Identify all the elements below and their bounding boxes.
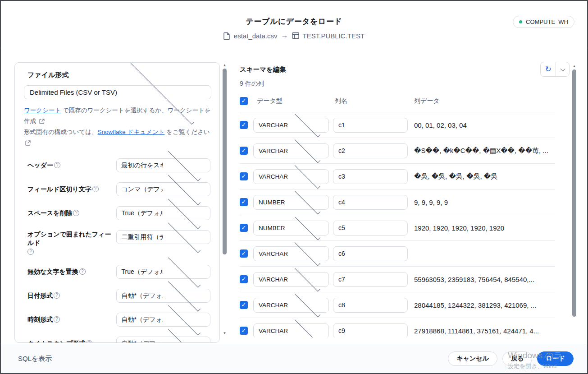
field-row-delimiter: フィールド区切り文字? コンマ（デフォルト）	[27, 182, 210, 196]
target-table-name: TEST.PUBLIC.TEST	[303, 32, 365, 40]
scroll-up-icon[interactable]: ▲	[573, 64, 576, 69]
file-format-label: ファイル形式	[27, 71, 210, 79]
column-data-preview: 9, 9, 9, 9, 9	[414, 199, 448, 206]
row-checkbox[interactable]: ✓	[240, 249, 248, 258]
back-button[interactable]: 戻る	[502, 351, 532, 366]
chevron-down-icon	[294, 137, 320, 163]
schema-table-header: ✓ データ型 列名 列データ	[240, 97, 551, 105]
column-name-input[interactable]	[333, 221, 408, 235]
type-select[interactable]: VARCHAR	[253, 118, 329, 133]
help-icon[interactable]: ?	[79, 268, 86, 275]
row-checkbox[interactable]: ✓	[240, 327, 248, 335]
scrollbar-thumb[interactable]	[572, 69, 576, 317]
warehouse-name: COMPUTE_WH	[526, 18, 568, 25]
row-checkbox[interactable]: ✓	[240, 301, 248, 309]
table-row: ✓ VARCHAR 55963053, 2359183, 756454, 845…	[240, 267, 555, 292]
select-all-checkbox[interactable]: ✓	[240, 97, 248, 105]
enclosed-select[interactable]: 二重引用符（デフォル...	[116, 230, 210, 244]
external-link-icon	[39, 119, 45, 124]
schema-panel-scrollbar[interactable]: ▲	[571, 64, 577, 344]
field-label: 日付形式	[27, 292, 53, 299]
type-select[interactable]: VARCHAR	[253, 143, 329, 158]
field-row-header: ヘッダー? 最初の行をスキップ	[27, 158, 210, 172]
timestamp-format-select[interactable]: 自動*（デフォルト）	[116, 337, 210, 343]
help-icon[interactable]: ?	[54, 316, 60, 323]
row-checkbox[interactable]: ✓	[240, 121, 248, 129]
scrollbar-thumb[interactable]	[223, 69, 227, 254]
time-format-select[interactable]: 自動*（デフォルト）	[116, 313, 210, 327]
help-icon[interactable]: ?	[92, 186, 99, 192]
scroll-down-icon[interactable]: ▼	[223, 331, 227, 336]
column-data-preview: 27918868, 1114861, 375161, 424471, 4...	[414, 327, 539, 335]
column-name-input[interactable]	[333, 195, 408, 210]
show-sql-button[interactable]: SQLを表示	[18, 355, 52, 363]
arrow-icon: →	[281, 32, 288, 40]
chevron-down-icon	[560, 66, 565, 71]
field-label: タイムスタンプ形式	[27, 340, 85, 343]
row-checkbox[interactable]: ✓	[240, 224, 248, 232]
column-name-input[interactable]	[333, 323, 408, 338]
help-icon[interactable]: ?	[73, 210, 79, 216]
type-select[interactable]: NUMBER	[253, 195, 329, 210]
replace-invalid-select[interactable]: True（デフォルト）	[116, 265, 210, 279]
trim-space-select[interactable]: True（デフォルト）	[116, 206, 210, 220]
type-select[interactable]: VARCHAR	[253, 169, 329, 184]
refresh-menu-button[interactable]	[556, 62, 569, 76]
type-select[interactable]: NUMBER	[253, 221, 329, 235]
dialog-header: テーブルにデータをロード estat_data.csv → TEST.PUBLI…	[1, 1, 587, 48]
column-header-name: 列名	[333, 97, 408, 105]
load-button[interactable]: ロード	[537, 351, 574, 366]
column-count: 9 件の列	[240, 80, 264, 88]
type-select[interactable]: VARCHAR	[253, 298, 329, 313]
column-data-preview: 1920, 1920, 1920, 1920, 1920	[414, 224, 504, 232]
table-row: ✓ VARCHAR 28044185, 1244322, 381293, 421…	[240, 292, 555, 318]
column-name-input[interactable]	[333, 298, 408, 313]
doc-hint-prefix: 形式固有の構成ついては、	[24, 129, 98, 135]
row-checkbox[interactable]: ✓	[240, 172, 248, 180]
delimiter-select[interactable]: コンマ（デフォルト）	[116, 182, 210, 196]
chevron-down-icon	[294, 240, 320, 266]
help-icon[interactable]: ?	[54, 162, 60, 168]
table-row: ✓ VARCHAR �吳, �吳, �吳, �吳, �吳	[240, 164, 555, 189]
column-name-input[interactable]	[333, 169, 408, 184]
help-icon[interactable]: ?	[54, 292, 60, 299]
field-label: フィールド区切り文字	[27, 185, 91, 193]
type-select[interactable]: VARCHAR	[253, 272, 329, 287]
snowflake-doc-link[interactable]: Snowflake ドキュメント	[98, 129, 165, 135]
scroll-up-icon[interactable]: ▲	[223, 63, 227, 68]
schema-title: スキーマを編集	[240, 65, 286, 74]
refresh-button[interactable]: ↻	[541, 62, 556, 76]
file-format-select[interactable]: Delimited Files (CSV or TSV)	[24, 85, 211, 99]
format-panel-scrollbar[interactable]: ▲ ▼	[222, 63, 228, 336]
worksheet-link[interactable]: ワークシート	[24, 107, 61, 114]
breadcrumb: estat_data.csv → TEST.PUBLIC.TEST	[1, 32, 587, 40]
help-icon[interactable]: ?	[27, 249, 34, 255]
field-label: 時刻形式	[27, 316, 53, 323]
row-checkbox[interactable]: ✓	[240, 275, 248, 283]
date-format-select[interactable]: 自動*（デフォルト）	[116, 289, 210, 303]
header-option-select[interactable]: 最初の行をスキップ	[116, 158, 210, 172]
table-row: ✓ VARCHAR 27918868, 1114861, 375161, 424…	[240, 318, 555, 337]
help-icon[interactable]: ?	[86, 340, 92, 343]
warehouse-badge[interactable]: COMPUTE_WH	[513, 16, 574, 28]
column-header-type: データ型	[253, 97, 329, 105]
chevron-down-icon	[294, 189, 320, 214]
field-label: オプションで囲まれたフィールド	[27, 231, 111, 246]
row-checkbox[interactable]: ✓	[240, 198, 248, 206]
chevron-down-icon	[294, 266, 320, 291]
column-name-input[interactable]	[333, 118, 408, 133]
type-select[interactable]: VARCHAR	[253, 246, 329, 261]
column-name-input[interactable]	[333, 246, 408, 261]
file-format-value: Delimited Files (CSV or TSV)	[30, 88, 118, 96]
table-icon	[292, 32, 299, 39]
cancel-button[interactable]: キャンセル	[448, 351, 497, 366]
type-select[interactable]: VARCHAR	[253, 323, 329, 338]
column-name-input[interactable]	[333, 272, 408, 287]
column-name-input[interactable]	[333, 143, 408, 158]
source-file-name: estat_data.csv	[234, 32, 278, 40]
chevron-down-icon	[294, 112, 320, 137]
file-icon	[223, 32, 230, 40]
refresh-icon: ↻	[545, 65, 551, 74]
row-checkbox[interactable]: ✓	[240, 147, 248, 155]
field-label: スペースを削除	[27, 209, 72, 217]
